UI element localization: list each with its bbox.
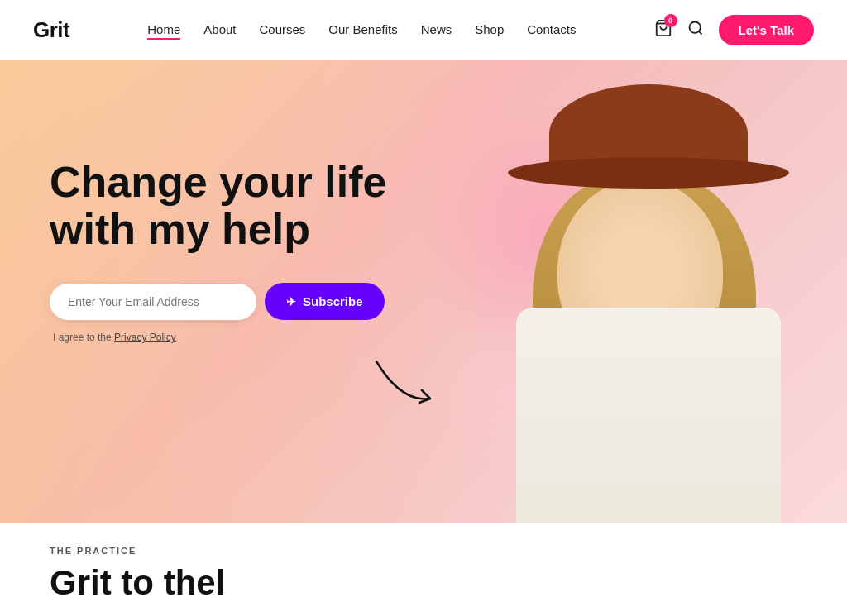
privacy-prefix: I agree to the (53, 332, 112, 343)
search-icon (687, 20, 704, 36)
privacy-policy-link[interactable]: Privacy Policy (114, 332, 176, 343)
nav-home[interactable]: Home (147, 22, 180, 40)
subscribe-label: Subscribe (303, 294, 363, 308)
svg-line-2 (698, 31, 701, 34)
nav-contacts[interactable]: Contacts (527, 22, 576, 36)
section-label: THE PRACTICE (50, 546, 797, 556)
cart-button[interactable]: 0 (654, 19, 672, 41)
nav-news[interactable]: News (421, 22, 452, 36)
person-hat-brim (508, 157, 789, 189)
hero-content: Change your life with my help ✈ Subscrib… (50, 159, 386, 343)
nav-our-benefits[interactable]: Our Benefits (328, 22, 397, 36)
cart-badge: 0 (664, 14, 677, 27)
nav-courses[interactable]: Courses (259, 22, 305, 36)
subscribe-form: ✈ Subscribe (50, 283, 386, 320)
logo: Grit (33, 17, 69, 43)
hero-heading-line1: Change your life (50, 158, 386, 206)
main-nav: Home About Courses Our Benefits News Sho… (147, 22, 576, 37)
privacy-consent: I agree to the Privacy Policy (53, 332, 386, 343)
subscribe-button[interactable]: ✈ Subscribe (265, 283, 385, 320)
lets-talk-button[interactable]: Let's Talk (719, 15, 814, 45)
email-input[interactable] (50, 284, 256, 320)
person-hat (549, 84, 748, 167)
svg-point-1 (689, 21, 700, 32)
arrow-decoration (368, 353, 443, 419)
header-actions: 0 Let's Talk (654, 15, 814, 45)
bottom-heading: Grit to thel (50, 564, 797, 602)
nav-shop[interactable]: Shop (475, 22, 504, 36)
hero-section: Change your life with my help ✈ Subscrib… (0, 60, 847, 523)
paper-plane-icon: ✈ (286, 295, 296, 308)
hero-heading: Change your life with my help (50, 159, 386, 253)
nav-about[interactable]: About (203, 22, 236, 36)
person-dress (516, 308, 781, 523)
bottom-section: THE PRACTICE Grit to thel (0, 523, 847, 616)
search-button[interactable] (687, 20, 704, 41)
hero-heading-line2: with my help (50, 205, 310, 253)
header: Grit Home About Courses Our Benefits New… (0, 0, 847, 60)
